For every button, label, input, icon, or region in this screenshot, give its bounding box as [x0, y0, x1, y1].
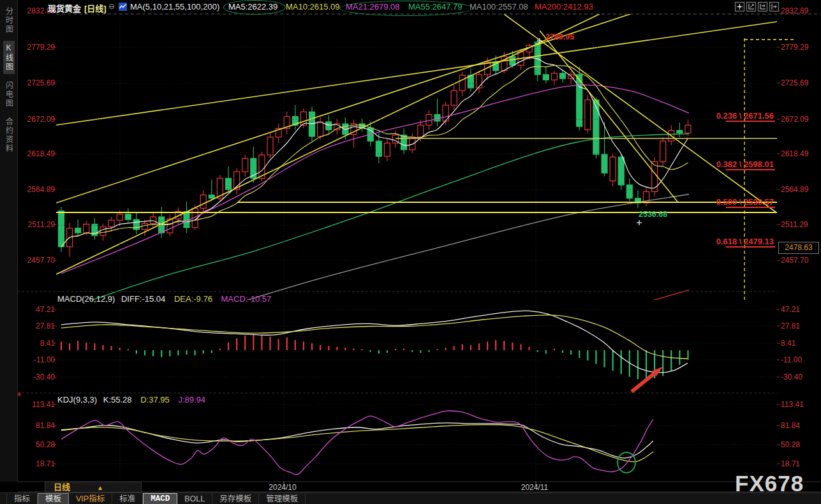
- axis-label: 2725.69: [20, 78, 55, 87]
- candle: [142, 223, 148, 229]
- tab-manage-templates[interactable]: 管理模板: [259, 494, 306, 504]
- tab-save-template[interactable]: 另存模板: [212, 494, 259, 504]
- annotation-ellipse-ma21-ma55: [339, 1, 473, 16]
- axis-label: 50.28: [20, 440, 55, 449]
- axis-label: 2672.09: [781, 115, 808, 124]
- candle: [318, 122, 323, 137]
- sidebar-item-time-chart[interactable]: 分时图: [3, 4, 15, 36]
- candle: [267, 137, 273, 155]
- candle: [510, 57, 515, 66]
- fib-level-0236: 0.236 \ 2671.56: [716, 111, 774, 121]
- candle: [418, 125, 424, 137]
- trendline[interactable]: [540, 31, 677, 202]
- candle: [551, 73, 557, 80]
- candle: [117, 214, 122, 220]
- axis-label: 2457.70: [20, 256, 55, 265]
- j-line: [61, 411, 653, 475]
- bottom-toolbar: 指标 模板 VIP指标 标准 MACD BOLL 另存模板 管理模板: [0, 493, 821, 504]
- kdj-k-value: K:55.28: [103, 395, 132, 404]
- exit-fullscreen-icon[interactable]: [769, 2, 779, 11]
- crosshair-icon[interactable]: [735, 2, 744, 11]
- axis-label: 2511.29: [781, 220, 808, 229]
- price-panel[interactable]: [56, 14, 777, 357]
- kdj-title: KDJ(9,3,3): [57, 395, 97, 404]
- candle: [685, 125, 691, 133]
- axis-label: 27.81: [20, 322, 55, 330]
- candle: [677, 130, 683, 133]
- trendline[interactable]: [56, 22, 777, 125]
- circle-annotation[interactable]: [618, 452, 635, 473]
- candle: [200, 195, 206, 209]
- trendline[interactable]: [56, 14, 630, 203]
- macd-header: MACD(26,12,9) DIFF:-15.04 DEA:-9.76 MACD…: [57, 294, 271, 304]
- trendline[interactable]: [56, 14, 600, 274]
- tab-standard[interactable]: 标准: [112, 494, 143, 504]
- axis-zoom-icon[interactable]: [746, 2, 756, 11]
- axis-label: -11.00: [781, 355, 802, 364]
- axis-label: 81.84: [20, 421, 55, 430]
- sidebar-item-lightning-chart[interactable]: 闪电图: [3, 78, 15, 110]
- ma10-value: MA10:2615.09: [286, 2, 340, 11]
- axis-label: 113.41: [20, 400, 55, 409]
- macd-dea-value: DEA:-9.76: [174, 294, 212, 304]
- axis-label: 27.81: [781, 322, 800, 330]
- tab-vip-indicators[interactable]: VIP指标: [69, 494, 112, 504]
- axis-label: 50.28: [781, 440, 800, 449]
- ma100-value: MA100:2557.08: [470, 2, 528, 11]
- candle: [384, 143, 390, 156]
- fib-level-0500: 0.500 \ 2530.57: [716, 197, 774, 207]
- sidebar-item-kline-chart[interactable]: K线图: [3, 41, 15, 74]
- kdj-d-value: D:37.95: [140, 395, 170, 404]
- symbol-name: 现货黄金: [48, 2, 81, 14]
- axis-pan-icon[interactable]: [758, 2, 767, 11]
- ma200-value: MA200:2412.93: [535, 2, 593, 11]
- axis-label: 47.21: [20, 305, 55, 314]
- tab-templates[interactable]: 模板: [38, 493, 69, 504]
- candle: [151, 217, 156, 223]
- chart-header: 现货黄金 [日线] ⊖ MA(5,10,21,55,100,200) MA5:2…: [0, 0, 821, 14]
- axis-label: -11.00: [20, 355, 55, 364]
- axis-label: 2511.29: [20, 220, 55, 229]
- candle: [626, 185, 632, 198]
- fib-level-0382: 0.382 \ 2598.01: [716, 159, 774, 169]
- candle: [560, 73, 566, 78]
- d-line: [61, 425, 653, 462]
- axis-label: -30.40: [781, 373, 803, 382]
- axis-label: 2779.29: [20, 43, 55, 52]
- chevron-up-icon: ▲: [97, 484, 103, 491]
- candle: [477, 75, 482, 88]
- candle: [610, 157, 616, 181]
- sidebar-item-contract-info[interactable]: 合约资料: [3, 115, 15, 156]
- kdj-panel[interactable]: [61, 411, 653, 475]
- macd-title: MACD(26,12,9): [57, 294, 115, 304]
- candle: [209, 195, 214, 198]
- fib-level-0618: 0.618 \ 2479.13: [716, 237, 774, 246]
- macd-diff-value: DIFF:-15.04: [121, 294, 165, 304]
- period-tag: [日线]: [84, 2, 107, 14]
- candle: [309, 112, 315, 137]
- axis-label: 2618.49: [20, 149, 55, 158]
- tab-boll[interactable]: BOLL: [177, 494, 212, 504]
- candle: [226, 179, 232, 190]
- peak-price-label: 2789.95: [545, 33, 574, 41]
- axis-label: 47.21: [781, 305, 800, 314]
- date-label-nov: 2024/11: [521, 483, 549, 492]
- axis-label: 2457.70: [781, 256, 808, 265]
- low-price-label: 2536.68: [639, 210, 667, 219]
- axis-label: 113.41: [781, 400, 804, 409]
- tab-macd[interactable]: MACD: [143, 493, 177, 504]
- candle: [618, 157, 624, 185]
- tab-indicators[interactable]: 指标: [6, 494, 38, 504]
- axis-label: 2564.89: [20, 185, 55, 194]
- macd-panel[interactable]: [61, 311, 688, 380]
- period-dropdown-button[interactable]: 日线▲: [45, 482, 142, 493]
- price-chart-canvas[interactable]: [0, 0, 821, 504]
- collapse-icon[interactable]: ⊖: [108, 2, 115, 11]
- axis-label: 2672.09: [20, 115, 55, 124]
- chart-type-icon[interactable]: [119, 3, 127, 11]
- chart-tool-icons: [735, 2, 779, 11]
- axis-label: 2618.49: [781, 149, 808, 158]
- axis-label: 18.71: [20, 459, 55, 468]
- dea-line: [61, 315, 688, 359]
- arrow-annotation[interactable]: [632, 371, 657, 392]
